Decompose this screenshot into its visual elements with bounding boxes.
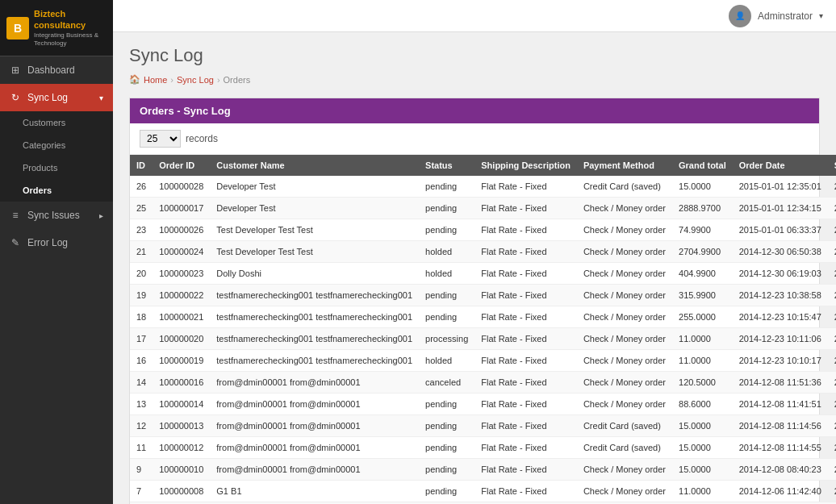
cell-order-id: 100000014: [153, 394, 210, 415]
cell-order-date: 2015-01-01 12:34:15: [733, 198, 828, 219]
sidebar-item-sync-log[interactable]: ↻ Sync Log ▾: [0, 84, 113, 111]
content-area: Sync Log 🏠 Home › Sync Log › Orders Orde…: [113, 32, 836, 504]
table-controls: 25 50 100 records: [130, 123, 819, 155]
table-row: 25 100000017 Developer Test pending Flat…: [130, 198, 836, 219]
table-row: 20 100000023 Dolly Doshi holded Flat Rat…: [130, 263, 836, 285]
cell-payment: Credit Card (saved): [577, 415, 672, 437]
cell-order-date: 2014-12-30 06:50:38: [733, 241, 828, 263]
table-row: 21 100000024 Test Developer Test Test ho…: [130, 241, 836, 263]
cell-customer: Test Developer Test Test: [210, 219, 419, 241]
cell-id: 18: [130, 306, 153, 328]
cell-payment: Check / Money order: [577, 285, 672, 306]
records-per-page-select[interactable]: 25 50 100: [140, 130, 181, 148]
cell-sync-date: 2015-04-06 07:18:42: [828, 198, 836, 219]
cell-customer: testfnamerechecking001 testfnamerechecki…: [210, 306, 419, 328]
header-user: 👤 Adminstrator ▾: [729, 5, 823, 27]
table-row: 23 100000026 Test Developer Test Test pe…: [130, 219, 836, 241]
cell-shipping: Flat Rate - Fixed: [474, 459, 577, 481]
cell-shipping: Flat Rate - Fixed: [474, 219, 577, 241]
cell-id: 9: [130, 459, 153, 481]
cell-order-date: 2014-12-23 10:15:47: [733, 306, 828, 328]
cell-payment: Check / Money order: [577, 394, 672, 415]
cell-status: pending: [419, 198, 474, 219]
cell-status: pending: [419, 394, 474, 415]
cell-order-id: 100000023: [153, 263, 210, 285]
cell-id: 17: [130, 328, 153, 350]
brand-name: Biztech consultancy: [34, 8, 107, 31]
username: Adminstrator: [758, 10, 813, 22]
cell-grand-total: 2888.9700: [672, 198, 733, 219]
sidebar-logo: B Biztech consultancy Integrating Busine…: [0, 0, 113, 56]
cell-grand-total: 120.5000: [672, 372, 733, 394]
cell-payment: Check / Money order: [577, 350, 672, 372]
cell-order-id: 100000026: [153, 219, 210, 241]
sidebar-item-dashboard[interactable]: ⊞ Dashboard: [0, 56, 113, 84]
cell-shipping: Flat Rate - Fixed: [474, 372, 577, 394]
cell-customer: testfnamerechecking001 testfnamerechecki…: [210, 350, 419, 372]
table-row: 16 100000019 testfnamerechecking001 test…: [130, 350, 836, 372]
cell-sync-date: 2015-04-06 07:18:31: [828, 372, 836, 394]
sidebar-label-sync-log: Sync Log: [27, 92, 68, 103]
cell-customer: testfnamerechecking001 testfnamerechecki…: [210, 328, 419, 350]
breadcrumb-home-icon: 🏠: [129, 74, 140, 85]
cell-grand-total: 11.0000: [672, 350, 733, 372]
cell-status: pending: [419, 285, 474, 306]
header: 👤 Adminstrator ▾: [113, 0, 836, 32]
table-row: 18 100000021 testfnamerechecking001 test…: [130, 306, 836, 328]
cell-id: 25: [130, 198, 153, 219]
records-label: records: [186, 133, 218, 144]
cell-payment: Check / Money order: [577, 219, 672, 241]
table-row: 7 100000008 G1 B1 pending Flat Rate - Fi…: [130, 481, 836, 502]
breadcrumb-sync-log[interactable]: Sync Log: [177, 75, 214, 85]
sidebar-item-products[interactable]: Products: [0, 156, 113, 179]
sidebar-label-error-log: Error Log: [27, 237, 68, 248]
cell-order-date: 2014-12-30 06:19:03: [733, 263, 828, 285]
cell-shipping: Flat Rate - Fixed: [474, 241, 577, 263]
cell-grand-total: 88.6000: [672, 394, 733, 415]
cell-order-date: 2014-12-08 11:51:36: [733, 372, 828, 394]
cell-order-date: 2015-01-01 06:33:37: [733, 219, 828, 241]
cell-id: 26: [130, 176, 153, 198]
sidebar-item-error-log[interactable]: ✎ Error Log: [0, 229, 113, 256]
col-status: Status: [419, 155, 474, 176]
cell-payment: Check / Money order: [577, 241, 672, 263]
cell-id: 21: [130, 241, 153, 263]
sidebar-label-sync-issues: Sync Issues: [27, 210, 80, 221]
cell-sync-date: 2015-04-06 07:18:33: [828, 350, 836, 372]
cell-status: pending: [419, 481, 474, 502]
cell-status: pending: [419, 306, 474, 328]
cell-order-id: 100000012: [153, 437, 210, 459]
cell-customer: from@dmin00001 from@dmin00001: [210, 415, 419, 437]
col-id: ID: [130, 155, 153, 176]
page-title: Sync Log: [129, 45, 820, 66]
cell-order-id: 100000019: [153, 350, 210, 372]
cell-customer: from@dmin00001 from@dmin00001: [210, 437, 419, 459]
cell-order-id: 100000022: [153, 285, 210, 306]
table-section: Orders - Sync Log 25 50 100 records ID O…: [129, 98, 820, 504]
cell-order-date: 2014-12-23 10:38:58: [733, 285, 828, 306]
cell-grand-total: 15.0000: [672, 437, 733, 459]
cell-order-id: 100000017: [153, 198, 210, 219]
sidebar-item-sync-issues[interactable]: ≡ Sync Issues ▸: [0, 202, 113, 229]
sidebar: B Biztech consultancy Integrating Busine…: [0, 0, 113, 504]
sidebar-item-customers[interactable]: Customers: [0, 111, 113, 134]
breadcrumb-home[interactable]: Home: [144, 75, 167, 85]
col-customer: Customer Name: [210, 155, 419, 176]
sidebar-item-orders[interactable]: Orders: [0, 179, 113, 202]
cell-customer: Developer Test: [210, 198, 419, 219]
cell-id: 20: [130, 263, 153, 285]
sidebar-item-categories[interactable]: Categories: [0, 134, 113, 156]
cell-id: 12: [130, 415, 153, 437]
user-dropdown-icon[interactable]: ▾: [819, 11, 823, 20]
cell-id: 23: [130, 219, 153, 241]
sidebar-label-dashboard: Dashboard: [27, 65, 75, 76]
breadcrumb: 🏠 Home › Sync Log › Orders: [129, 74, 820, 85]
cell-grand-total: 255.0000: [672, 306, 733, 328]
cell-order-id: 100000010: [153, 459, 210, 481]
cell-sync-date: 2015-04-06 07:18:35: [828, 306, 836, 328]
col-grand-total: Grand total: [672, 155, 733, 176]
cell-sync-date: 2015-04-06 07:18:36: [828, 285, 836, 306]
dashboard-icon: ⊞: [10, 65, 21, 76]
col-shipping: Shipping Description: [474, 155, 577, 176]
cell-id: 7: [130, 481, 153, 502]
